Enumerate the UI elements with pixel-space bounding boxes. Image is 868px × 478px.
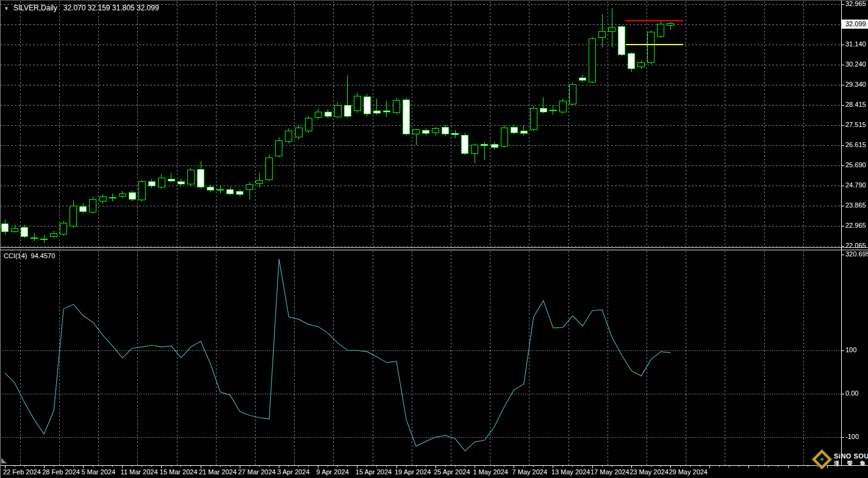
candle-body: [295, 128, 302, 137]
candle-body: [158, 178, 165, 187]
time-axis-label: 11 Mar 2024: [121, 468, 158, 476]
candle-body: [217, 189, 224, 190]
time-axis-label: 7 May 2024: [512, 468, 547, 476]
candle-body: [266, 158, 273, 180]
candle-body: [237, 191, 243, 194]
candle-body: [119, 194, 126, 196]
price-axis-label: 22.965: [845, 222, 866, 229]
candle-body: [80, 206, 87, 211]
candle-body: [364, 96, 370, 114]
indicator-name-label: CCI(14): [4, 252, 27, 259]
price-axis-label: 23.865: [845, 201, 866, 209]
time-axis-label: 21 Mar 2024: [199, 468, 237, 476]
candle-body: [609, 28, 615, 32]
candle-body: [569, 84, 576, 104]
chart-window: 32.96531.14030.24029.34028.41527.51526.6…: [0, 0, 868, 478]
chart-canvas[interactable]: 32.96531.14030.24029.34028.41527.51526.6…: [0, 0, 868, 478]
candle-body: [599, 32, 606, 38]
time-axis-label: 27 Mar 2024: [238, 468, 276, 476]
candle-body: [393, 100, 400, 112]
candle-body: [403, 100, 410, 134]
candle-body: [472, 145, 478, 154]
candle-body: [276, 140, 282, 156]
candle-body: [501, 128, 508, 147]
cci-axis-label: 320.6958: [845, 250, 868, 258]
candle-body: [628, 54, 635, 69]
cci-axis-label: 100: [845, 346, 856, 353]
time-axis-label: 3 Apr 2024: [277, 468, 309, 476]
candle-body: [648, 32, 655, 62]
price-axis-label: 30.240: [845, 60, 866, 68]
candle-body: [423, 131, 429, 134]
chart-shift-icon: ▼: [4, 5, 9, 12]
candle-body: [246, 184, 253, 189]
price-axis-label: 22.065: [845, 242, 866, 249]
candle-body: [70, 206, 77, 226]
ohlc-readout: 32.070 32.159 31.805 32.099: [63, 4, 159, 12]
indicator-header: CCI(14)94.4570: [4, 252, 55, 259]
time-axis-label: 25 Apr 2024: [434, 468, 470, 476]
time-axis-label: 28 Feb 2024: [42, 468, 80, 476]
cci-axis-label: 0.00: [845, 389, 858, 397]
candle-body: [256, 180, 263, 183]
candle-body: [638, 62, 645, 67]
candle-body: [383, 111, 390, 112]
candle-body: [21, 228, 28, 237]
candle-body: [325, 112, 331, 116]
candle-body: [315, 112, 321, 118]
candle-body: [619, 27, 625, 55]
brand-cjk: 漢 聲 集 團: [834, 460, 868, 467]
time-axis-label: 19 Apr 2024: [395, 468, 431, 476]
time-axis-label: 13 May 2024: [551, 468, 590, 476]
candle-body: [138, 181, 145, 200]
candle-body: [540, 109, 547, 112]
candle-body: [198, 169, 204, 187]
time-axis-label: 15 Apr 2024: [356, 468, 392, 476]
candle-body: [90, 200, 96, 212]
candle-body: [452, 134, 459, 134]
candle-body: [520, 131, 527, 133]
candle-body: [413, 130, 420, 134]
diamond-logo-icon: ♣: [812, 449, 832, 469]
broker-watermark: ♣ SiNO SOUND16 漢 聲 集 團: [815, 452, 868, 467]
candle-body: [227, 190, 234, 194]
price-axis-label: 25.690: [845, 161, 866, 168]
time-axis-label: 9 Apr 2024: [317, 468, 349, 476]
candle-body: [51, 233, 57, 237]
candle-body: [99, 197, 106, 201]
candle-body: [2, 223, 9, 231]
candle-body: [168, 179, 174, 181]
price-axis-label: 29.340: [845, 81, 866, 88]
price-axis-label: 28.415: [845, 101, 866, 108]
candle-body: [178, 181, 184, 184]
chart-background: [0, 0, 868, 478]
candle-body: [148, 181, 155, 186]
candle-body: [305, 118, 312, 131]
brand-name: SiNO SOUND: [834, 452, 868, 460]
candle-body: [462, 136, 468, 154]
time-axis-label: 17 May 2024: [590, 468, 629, 476]
candle-body: [491, 144, 498, 147]
candle-body: [109, 197, 116, 198]
candle-body: [334, 106, 341, 117]
candle-body: [373, 110, 380, 113]
price-axis-label: 27.515: [845, 121, 866, 128]
candle-body: [658, 24, 664, 37]
symbol-period-label: SILVER,Daily: [13, 4, 57, 12]
candle-body: [481, 145, 488, 145]
price-axis-label: 26.615: [845, 141, 866, 148]
time-axis-label: 1 May 2024: [473, 468, 508, 476]
candle-body: [12, 228, 18, 231]
time-axis-label: 29 May 2024: [669, 468, 708, 476]
time-axis-label: 23 May 2024: [629, 468, 669, 476]
candle-body: [530, 108, 537, 129]
candle-body: [667, 23, 674, 25]
candle-body: [550, 110, 556, 110]
time-axis-label: 22 Feb 2024: [3, 468, 41, 476]
candle-body: [589, 39, 596, 82]
price-axis-label: 31.140: [845, 40, 866, 48]
price-axis-strip: [841, 0, 868, 478]
time-axis-label: 5 Mar 2024: [81, 468, 115, 476]
chart-header: ▼SILVER,Daily32.070 32.159 31.805 32.099: [4, 4, 159, 12]
candle-body: [559, 101, 566, 112]
